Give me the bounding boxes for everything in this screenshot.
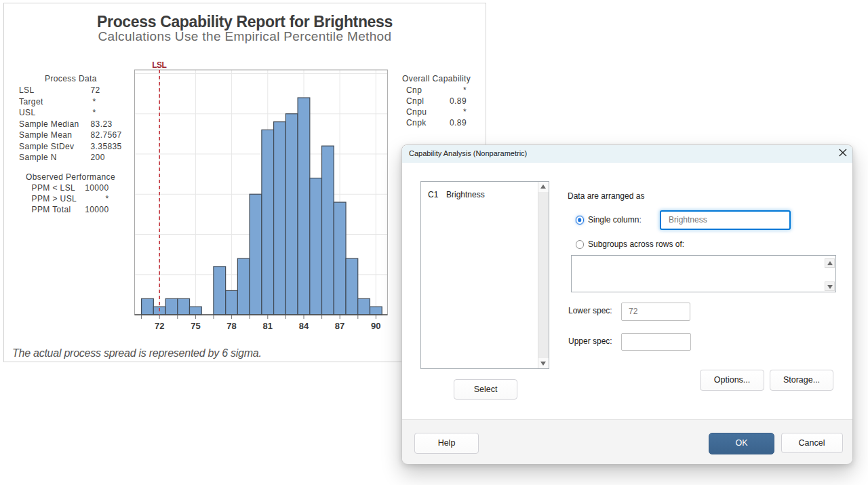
svg-text:LSL: LSL xyxy=(152,60,166,70)
svg-text:87: 87 xyxy=(335,321,344,331)
svg-text:72: 72 xyxy=(155,321,164,331)
svg-text:81: 81 xyxy=(263,321,273,331)
svg-text:84: 84 xyxy=(299,321,309,331)
svg-text:75: 75 xyxy=(191,321,200,331)
svg-text:78: 78 xyxy=(226,321,236,331)
svg-text:90: 90 xyxy=(371,321,380,331)
